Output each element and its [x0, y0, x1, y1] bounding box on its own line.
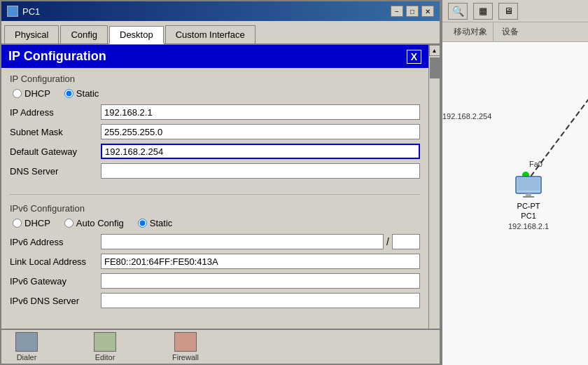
pc1-label: PC-PT PC1 192.168.2.1 [508, 201, 549, 231]
svg-line-0 [526, 98, 588, 182]
ipv6-static-radio[interactable] [138, 219, 147, 228]
default-gateway-label: Default Gateway [10, 146, 101, 157]
window-title: PC1 [22, 6, 40, 17]
dialer-icon [15, 332, 38, 352]
static-option[interactable]: Static [64, 88, 99, 99]
ip-config-header: IP Configuration X [1, 45, 428, 68]
ipv6-static-label: Static [150, 218, 173, 228]
bottom-toolbar: Dialer Editor Firewall [1, 329, 440, 364]
ipv6-gateway-row: IPv6 Gateway [10, 273, 420, 289]
ipv6-address-label: IPv6 Address [10, 237, 101, 247]
ipv6-section-label: IPv6 Configuration [10, 203, 420, 214]
ipv4-section-label: IP Configuration [10, 74, 420, 84]
ip-config-title: IP Configuration [8, 49, 106, 64]
ip-address-input[interactable] [101, 104, 420, 120]
network-button[interactable]: 🖥 [498, 3, 518, 20]
tab-custom-interface[interactable]: Custom Interface [165, 25, 255, 43]
grid-button[interactable]: ▦ [473, 3, 493, 20]
dhcp-option[interactable]: DHCP [13, 88, 50, 99]
tab-desktop[interactable]: Desktop [109, 26, 164, 44]
ipv6-address-input[interactable] [101, 234, 384, 249]
ip-config-panel: IP Configuration X IP Configuration DHCP… [1, 45, 428, 318]
static-label: Static [76, 88, 99, 99]
scroll-up-arrow[interactable]: ▲ [429, 45, 440, 56]
ipv6-dns-input[interactable] [101, 293, 420, 308]
network-canvas[interactable]: 192.168.2.254 Fa0 PC-PT [442, 42, 588, 365]
firewall-label: Firewall [172, 353, 199, 361]
tab-physical[interactable]: Physical [4, 25, 59, 43]
dialer-button[interactable]: Dialer [15, 332, 38, 361]
ipv6-address-pair: / [101, 234, 420, 249]
app-icon [7, 6, 18, 17]
zoom-out-button[interactable]: 🔍 [448, 3, 468, 20]
ipv4-radio-row: DHCP Static [10, 88, 420, 99]
move-objects-label: 移动对象 [448, 22, 493, 41]
ipv6-dhcp-option[interactable]: DHCP [13, 218, 50, 228]
default-gateway-row: Default Gateway [10, 144, 420, 159]
title-bar-left: PC1 [7, 6, 40, 17]
dhcp-radio[interactable] [13, 89, 22, 98]
pc1-icon[interactable]: PC-PT PC1 192.168.2.1 [508, 175, 549, 231]
svg-rect-3 [526, 193, 531, 196]
ipv6-gateway-input[interactable] [101, 273, 420, 289]
ip-address-label: IP Address [10, 107, 101, 118]
firewall-button[interactable]: Firewall [172, 332, 199, 361]
content-area: IP Configuration X IP Configuration DHCP… [1, 45, 440, 329]
ipv4-section: IP Configuration DHCP Static IP Address [1, 68, 428, 188]
right-toolbar: 移动对象 设备 [442, 22, 588, 42]
maximize-button[interactable]: □ [406, 6, 419, 17]
pc-image [514, 175, 542, 200]
title-bar: PC1 − □ ✕ [1, 1, 440, 21]
ipv6-dhcp-radio[interactable] [13, 219, 22, 228]
ipv6-dns-label: IPv6 DNS Server [10, 296, 101, 306]
firewall-icon [174, 332, 197, 352]
ipv6-section: IPv6 Configuration DHCP Auto Config S [1, 200, 428, 318]
ipv6-autoconfig-radio[interactable] [64, 219, 74, 228]
ipv6-prefix-input[interactable] [392, 234, 420, 249]
dns-server-label: DNS Server [10, 166, 101, 177]
ipv6-dhcp-label: DHCP [24, 218, 50, 228]
subnet-mask-input[interactable] [101, 124, 420, 139]
dns-server-input[interactable] [101, 163, 420, 179]
scroll-thumb[interactable] [430, 57, 440, 78]
link-local-input[interactable] [101, 254, 420, 269]
device-label: 设备 [496, 22, 524, 41]
scrollbar[interactable]: ▲ [428, 45, 440, 329]
ip-address-row: IP Address [10, 104, 420, 120]
pc-type-label: PC-PT [508, 201, 549, 211]
static-radio[interactable] [64, 89, 74, 98]
ipv6-radio-row: DHCP Auto Config Static [10, 218, 420, 228]
right-top-bar: 🔍 ▦ 🖥 [442, 0, 588, 22]
tab-config[interactable]: Config [60, 25, 108, 43]
subnet-mask-label: Subnet Mask [10, 127, 101, 137]
link-local-row: Link Local Address [10, 254, 420, 269]
ipv6-address-row: IPv6 Address / [10, 234, 420, 249]
ipv6-static-option[interactable]: Static [138, 218, 173, 228]
default-gateway-input[interactable] [101, 144, 420, 159]
ipv6-dns-row: IPv6 DNS Server [10, 293, 420, 308]
svg-rect-2 [517, 178, 540, 191]
subnet-mask-row: Subnet Mask [10, 124, 420, 139]
pc-name-label: PC1 [508, 211, 549, 221]
ip-config-close-button[interactable]: X [407, 50, 421, 64]
close-window-button[interactable]: ✕ [421, 6, 434, 17]
editor-icon [94, 332, 116, 352]
dns-server-row: DNS Server [10, 163, 420, 179]
ipv6-autoconfig-label: Auto Config [76, 218, 124, 228]
minimize-button[interactable]: − [391, 6, 403, 17]
fa0-label: Fa0 [529, 160, 542, 168]
editor-label: Editor [95, 353, 115, 361]
dhcp-label: DHCP [24, 88, 50, 99]
network-icon: 🖥 [504, 6, 513, 16]
zoom-out-icon: 🔍 [452, 6, 464, 17]
text-editor-button[interactable]: Editor [94, 332, 116, 361]
link-local-label: Link Local Address [10, 256, 101, 267]
ipv6-gateway-label: IPv6 Gateway [10, 276, 101, 287]
tab-bar: Physical Config Desktop Custom Interface [1, 21, 440, 45]
ipv6-autoconfig-option[interactable]: Auto Config [64, 218, 124, 228]
pc-ip-display: 192.168.2.1 [508, 221, 549, 231]
window-controls: − □ ✕ [391, 6, 434, 17]
grid-icon: ▦ [479, 6, 487, 16]
svg-rect-4 [523, 196, 534, 198]
pc-svg [514, 175, 542, 200]
